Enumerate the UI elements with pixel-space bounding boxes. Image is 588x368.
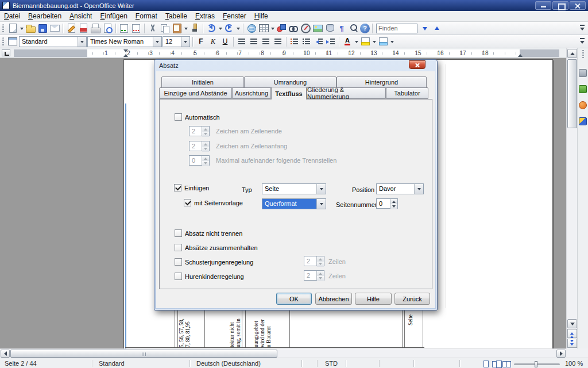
decrease-indent-button[interactable] — [313, 36, 324, 47]
maximize-button[interactable] — [552, 1, 568, 10]
find-next-button[interactable] — [419, 22, 431, 34]
checkbox-box[interactable] — [174, 184, 181, 191]
copy-button[interactable] — [159, 22, 171, 34]
find-input[interactable] — [376, 24, 417, 33]
help-button[interactable]: Hilfe — [355, 293, 392, 305]
dropdown-arrow-icon[interactable] — [153, 37, 161, 47]
left-indent-marker[interactable] — [123, 54, 128, 57]
keep-with-next-paragraph-checkbox[interactable]: Absätze zusammenhalten — [175, 244, 258, 251]
redo-dropdown-icon[interactable] — [235, 22, 241, 34]
view-layout-multi-icon[interactable] — [492, 360, 501, 367]
page-preview-button[interactable] — [102, 22, 113, 34]
orphan-control-checkbox[interactable]: Schusterjungenregelung — [175, 258, 253, 266]
align-right-button[interactable] — [260, 36, 272, 47]
align-center-button[interactable] — [248, 36, 260, 47]
export-pdf-button[interactable] — [78, 22, 89, 34]
checkbox-box[interactable] — [175, 273, 182, 280]
toolbar-overflow-icon[interactable] — [578, 22, 586, 34]
navigator-button[interactable] — [300, 22, 311, 34]
vertical-scrollbar-thumb[interactable] — [567, 59, 577, 128]
menu-ansicht[interactable]: Ansicht — [65, 11, 96, 21]
find-replace-button[interactable] — [288, 22, 299, 34]
horizontal-scrollbar-thumb[interactable] — [10, 350, 277, 358]
horizontal-ruler[interactable]: 1 2 3 4 5 6 7 8 9 10 11 12 13 14 15 16 1… — [0, 48, 566, 58]
dropdown-arrow-icon[interactable] — [316, 199, 326, 209]
checkbox-box[interactable] — [175, 113, 182, 121]
panel-icon-green[interactable] — [579, 85, 587, 93]
find-previous-button[interactable] — [431, 22, 443, 34]
numbered-list-button[interactable] — [289, 36, 300, 47]
spellcheck-button[interactable] — [118, 22, 130, 34]
first-line-indent-marker[interactable] — [123, 49, 128, 52]
status-page-style[interactable]: Standard — [99, 360, 125, 367]
undo-button[interactable] — [206, 22, 217, 34]
new-document-dropdown-icon[interactable] — [19, 22, 24, 34]
tab-tabulator[interactable]: Tabulator — [386, 87, 428, 99]
toolbar-grip[interactable] — [2, 24, 4, 33]
view-layout-book-icon[interactable] — [502, 360, 511, 367]
highlighting-button[interactable] — [359, 36, 371, 47]
right-indent-marker[interactable] — [518, 54, 523, 57]
spin-down-icon[interactable] — [390, 204, 397, 209]
font-color-button[interactable]: A — [342, 36, 353, 47]
break-position-select[interactable]: Davor — [376, 183, 424, 194]
close-window-button[interactable] — [570, 1, 586, 10]
zoom-button[interactable] — [348, 22, 359, 34]
ruler-band[interactable]: 1 2 3 4 5 6 7 8 9 10 11 12 13 14 15 16 1… — [14, 49, 559, 57]
toolbar-grip[interactable] — [2, 37, 4, 46]
draw-functions-button[interactable] — [276, 22, 287, 34]
menu-bearbeiten[interactable]: Bearbeiten — [24, 11, 65, 21]
menu-format[interactable]: Format — [131, 11, 161, 21]
menu-tabelle[interactable]: Tabelle — [161, 11, 191, 21]
paragraph-style-select[interactable]: Standard — [19, 36, 87, 47]
redo-button[interactable] — [223, 22, 235, 34]
edit-file-button[interactable] — [65, 22, 77, 34]
menu-extras[interactable]: Extras — [191, 11, 219, 21]
highlighting-dropdown-icon[interactable] — [372, 36, 377, 47]
checkbox-box[interactable] — [175, 244, 182, 251]
background-color-dropdown-icon[interactable] — [389, 36, 394, 47]
print-button[interactable] — [90, 22, 101, 34]
status-page-number[interactable]: Seite 2 / 44 — [5, 360, 37, 367]
toolbar-grip[interactable] — [582, 50, 584, 58]
italic-button[interactable]: K — [207, 36, 219, 47]
underline-button[interactable]: U — [219, 36, 231, 47]
previous-page-icon[interactable] — [567, 329, 577, 338]
panel-icon-chart[interactable] — [579, 117, 587, 125]
checkbox-box[interactable] — [175, 258, 182, 266]
menu-einfuegen[interactable]: Einfügen — [96, 11, 131, 21]
panel-icon-grey[interactable] — [579, 69, 587, 77]
widow-control-checkbox[interactable]: Hurenkinderregelung — [175, 273, 244, 280]
tab-initialen[interactable]: Initialen — [161, 76, 244, 88]
dropdown-arrow-icon[interactable] — [181, 37, 189, 47]
hyperlink-button[interactable] — [246, 22, 257, 34]
nonprinting-characters-button[interactable]: ¶ — [336, 22, 347, 34]
spinner-buttons[interactable] — [390, 199, 397, 208]
align-left-button[interactable] — [236, 36, 247, 47]
hyphenation-auto-checkbox[interactable]: Automatisch — [175, 113, 220, 121]
zoom-slider-thumb[interactable] — [535, 361, 537, 367]
font-name-select[interactable]: Times New Roman — [87, 36, 162, 47]
data-sources-button[interactable] — [324, 22, 335, 34]
save-button[interactable] — [37, 22, 48, 34]
toolbar-overflow-icon[interactable] — [578, 36, 586, 47]
cut-button[interactable] — [147, 22, 158, 34]
ok-button[interactable]: OK — [276, 293, 312, 305]
bold-button[interactable]: F — [195, 36, 207, 47]
increase-indent-button[interactable] — [325, 36, 336, 47]
minimize-button[interactable] — [535, 1, 551, 10]
dialog-close-icon[interactable] — [409, 60, 425, 69]
insert-table-button[interactable] — [258, 22, 269, 34]
help-button[interactable]: ? — [360, 24, 370, 33]
format-paintbrush-button[interactable] — [189, 22, 200, 34]
dropdown-arrow-icon[interactable] — [78, 37, 86, 47]
cancel-button[interactable]: Abbrechen — [315, 293, 352, 305]
horizontal-scrollbar[interactable] — [0, 348, 566, 358]
autospellcheck-button[interactable] — [130, 22, 142, 34]
gallery-button[interactable] — [312, 22, 323, 34]
open-button[interactable] — [25, 22, 36, 34]
paste-dropdown-icon[interactable] — [183, 22, 188, 34]
scroll-up-icon[interactable] — [567, 49, 577, 58]
styles-window-button[interactable] — [7, 36, 18, 47]
status-language[interactable]: Deutsch (Deutschland) — [196, 360, 261, 367]
